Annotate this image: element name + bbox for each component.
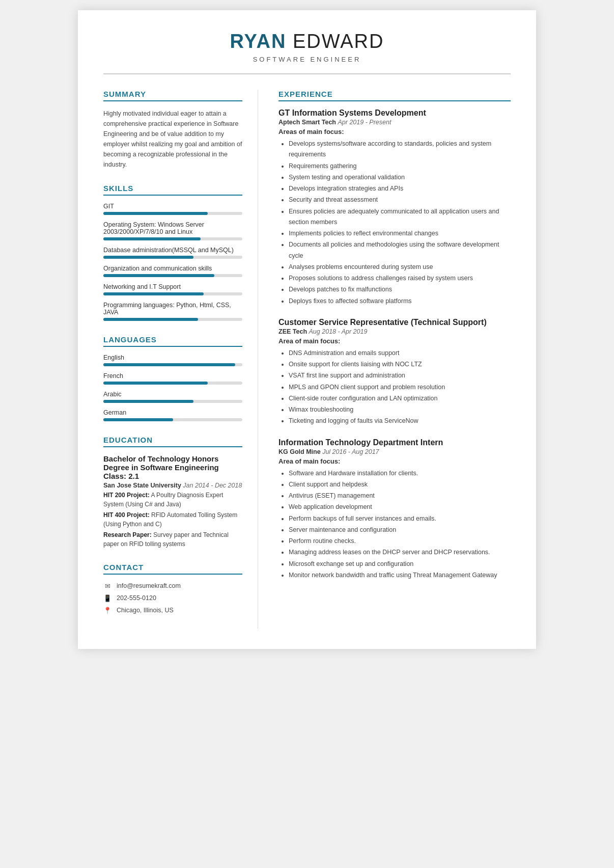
skill-item-3: Organization and communication skills xyxy=(103,265,242,277)
bullet-item: Microsoft exchange set up and configurat… xyxy=(289,559,511,569)
skill-bar-bg xyxy=(103,237,242,240)
edu-project-0: HIT 200 Project: A Poultry Diagnosis Exp… xyxy=(103,491,242,509)
bullet-item: Perform backups of full server instances… xyxy=(289,513,511,524)
education-title: EDUCATION xyxy=(103,436,242,447)
skill-bar-bg xyxy=(103,274,242,277)
contact-title: CONTACT xyxy=(103,563,242,575)
contact-address: 📍 Chicago, Illinois, US xyxy=(103,606,242,614)
language-name: German xyxy=(103,409,242,416)
contact-phone: 📱 202-555-0120 xyxy=(103,594,242,602)
job-bullets: Software and Hardware installation for c… xyxy=(278,468,511,581)
language-name: French xyxy=(103,372,242,379)
location-icon: 📍 xyxy=(103,606,111,614)
languages-section: LANGUAGES English French Arabic German xyxy=(103,335,242,421)
job-title: GT Information Systems Development xyxy=(278,108,511,118)
skill-bar-fill xyxy=(103,256,193,259)
job-meta: KG Gold Mine Jul 2016 - Aug 2017 xyxy=(278,448,511,455)
skill-name: Database administration(MSSQL and MySQL) xyxy=(103,247,242,254)
contact-section: CONTACT ✉ info@resumekraft.com 📱 202-555… xyxy=(103,563,242,614)
skill-bar-fill xyxy=(103,212,208,215)
experience-section: EXPERIENCE GT Information Systems Develo… xyxy=(278,90,511,581)
skill-item-2: Database administration(MSSQL and MySQL) xyxy=(103,247,242,259)
bullet-item: Web application development xyxy=(289,502,511,512)
job-bullets: Develops systems/software according to s… xyxy=(278,139,511,307)
candidate-name: RYAN EDWARD xyxy=(103,31,511,52)
language-bar-bg xyxy=(103,363,242,366)
bullet-item: Requirements gathering xyxy=(289,161,511,172)
bullet-item: Deploys fixes to affected software platf… xyxy=(289,296,511,307)
skills-section: SKILLS GIT Operating System: Windows Ser… xyxy=(103,184,242,321)
skill-item-5: Programming languages: Python, Html, CSS… xyxy=(103,302,242,321)
bullet-item: Develops integration strategies and APIs xyxy=(289,183,511,194)
bullet-item: Develops patches to fix malfunctions xyxy=(289,284,511,295)
job-title: Customer Service Representative (Technic… xyxy=(278,318,511,327)
skill-bar-fill xyxy=(103,274,214,277)
bullet-item: Develops systems/software according to s… xyxy=(289,139,511,160)
language-bar-bg xyxy=(103,418,242,421)
bullet-item: Server maintenance and configuration xyxy=(289,525,511,535)
language-name: Arabic xyxy=(103,391,242,398)
bullet-item: Ensures policies are adequately communic… xyxy=(289,206,511,228)
skills-title: SKILLS xyxy=(103,184,242,196)
bullet-item: Analyses problems encountered during sys… xyxy=(289,262,511,273)
skill-bar-fill xyxy=(103,292,204,295)
summary-title: SUMMARY xyxy=(103,90,242,101)
first-name: RYAN xyxy=(230,31,287,52)
skill-bar-bg xyxy=(103,292,242,295)
language-item-3: German xyxy=(103,409,242,421)
bullet-item: Managing address leases on the DHCP serv… xyxy=(289,547,511,558)
job-meta: ZEE Tech Aug 2018 - Apr 2019 xyxy=(278,328,511,335)
skill-bar-bg xyxy=(103,256,242,259)
job-item-0: GT Information Systems Development Aptec… xyxy=(278,108,511,307)
skill-name: GIT xyxy=(103,203,242,210)
language-item-0: English xyxy=(103,354,242,366)
bullet-item: Documents all policies and methodologies… xyxy=(289,239,511,261)
email-icon: ✉ xyxy=(103,582,111,590)
job-title: Information Technology Department Intern xyxy=(278,438,511,447)
language-name: English xyxy=(103,354,242,361)
job-item-2: Information Technology Department Intern… xyxy=(278,438,511,581)
bullet-item: Client support and helpdesk xyxy=(289,479,511,490)
edu-project-1: HIT 400 Project: RFID Automated Tolling … xyxy=(103,510,242,529)
bullet-item: Proposes solutions to address challenges… xyxy=(289,273,511,284)
skills-list: GIT Operating System: Windows Server 200… xyxy=(103,203,242,321)
job-bullets: DNS Administration and emails supportOns… xyxy=(278,348,511,427)
education-section: EDUCATION Bachelor of Technology Honors … xyxy=(103,436,242,549)
job-title: SOFTWARE ENGINEER xyxy=(103,56,511,63)
skill-bar-fill xyxy=(103,318,198,321)
languages-title: LANGUAGES xyxy=(103,335,242,347)
skill-item-0: GIT xyxy=(103,203,242,215)
skill-item-4: Networking and I.T Support xyxy=(103,283,242,295)
bullet-item: Antivirus (ESET) management xyxy=(289,491,511,501)
bullet-item: VSAT first line support and administrati… xyxy=(289,370,511,381)
edu-project-2: Research Paper: Survey paper and Technic… xyxy=(103,530,242,549)
edu-degree: Bachelor of Technology Honors Degree in … xyxy=(103,454,242,480)
language-bar-fill xyxy=(103,363,235,366)
experience-title: EXPERIENCE xyxy=(278,90,511,101)
edu-university: San Jose State University Jan 2014 - Dec… xyxy=(103,482,242,489)
summary-section: SUMMARY Highly motivated individual eage… xyxy=(103,90,242,170)
language-bar-fill xyxy=(103,400,193,403)
skill-name: Organization and communication skills xyxy=(103,265,242,272)
left-column: SUMMARY Highly motivated individual eage… xyxy=(103,90,258,629)
bullet-item: Monitor network bandwidth and traffic us… xyxy=(289,570,511,581)
bullet-item: Software and Hardware installation for c… xyxy=(289,468,511,479)
bullet-item: DNS Administration and emails support xyxy=(289,348,511,359)
bullet-item: Perform routine checks. xyxy=(289,536,511,547)
languages-list: English French Arabic German xyxy=(103,354,242,421)
job-meta: Aptech Smart Tech Apr 2019 - Present xyxy=(278,119,511,126)
job-item-1: Customer Service Representative (Technic… xyxy=(278,318,511,427)
bullet-item: Implements policies to reflect environme… xyxy=(289,228,511,239)
edu-date: Jan 2014 - Dec 2018 xyxy=(181,482,242,489)
skill-item-1: Operating System: Windows Server 2003/20… xyxy=(103,221,242,240)
skill-bar-fill xyxy=(103,237,201,240)
contact-email: ✉ info@resumekraft.com xyxy=(103,582,242,590)
skill-name: Programming languages: Python, Html, CSS… xyxy=(103,302,242,316)
bullet-item: Client-side router configuration and LAN… xyxy=(289,393,511,404)
bullet-item: System testing and operational validatio… xyxy=(289,172,511,183)
language-item-2: Arabic xyxy=(103,391,242,403)
phone-icon: 📱 xyxy=(103,594,111,602)
edu-projects: HIT 200 Project: A Poultry Diagnosis Exp… xyxy=(103,491,242,549)
job-focus-label: Areas of main focus: xyxy=(278,128,511,135)
job-focus-label: Area of main focus: xyxy=(278,337,511,345)
